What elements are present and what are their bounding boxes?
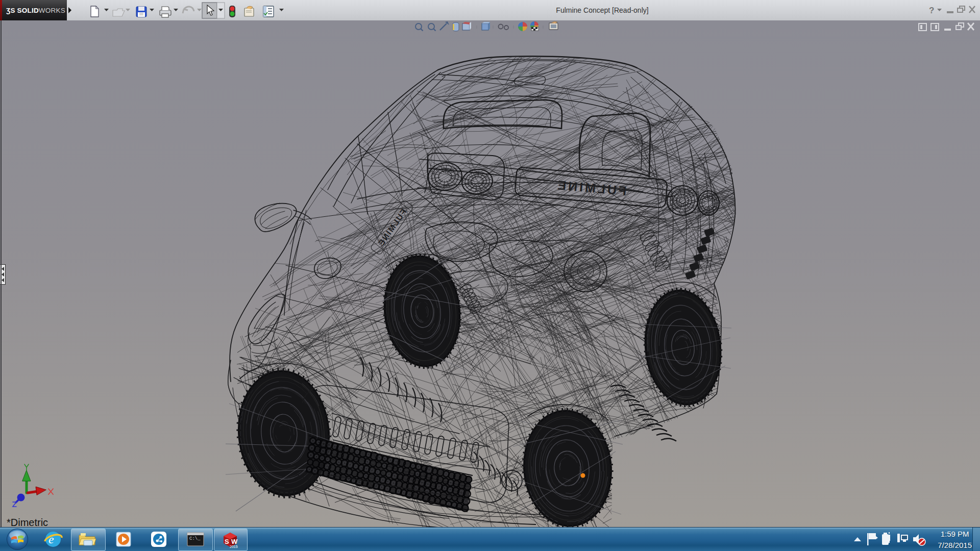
svg-text:W: W: [231, 538, 238, 545]
svg-text:C:\_: C:\_: [189, 536, 201, 541]
svg-text:S: S: [225, 538, 229, 545]
svg-text:?: ?: [929, 6, 934, 15]
svg-text:2015: 2015: [230, 545, 238, 548]
